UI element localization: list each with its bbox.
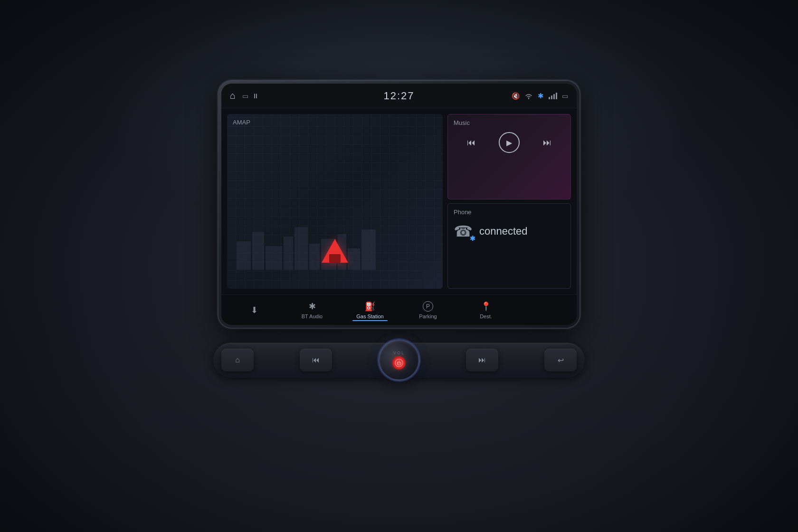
back-button[interactable]: ↩ (544, 349, 577, 371)
home-button-icon: ⌂ (235, 356, 240, 364)
phone-status-icon: ▭ (562, 92, 568, 100)
nav-item-dest[interactable]: 📍 Dest. (457, 298, 515, 322)
nav-dest-label: Dest. (480, 314, 492, 319)
vol-label: VOL (393, 351, 405, 355)
bluetooth-icon: ✱ (538, 92, 544, 100)
status-bar: ⌂ ▭ ⏸ 12:27 🔇 ✱ (221, 84, 577, 108)
nav-parking-label: Parking (419, 314, 437, 319)
phone-title: Phone (454, 209, 565, 216)
prev-button[interactable]: ⏮ (300, 349, 332, 371)
gas-station-icon: ⛽ (365, 301, 375, 312)
wifi-icon (524, 93, 533, 99)
media-file-icon: ▭ (242, 92, 248, 100)
prev-track-button[interactable]: ⏮ (464, 135, 478, 151)
bluetooth-audio-icon: ✱ (309, 301, 316, 312)
bluetooth-badge-icon: ✱ (470, 235, 475, 242)
nav-bt-audio-label: BT Audio (302, 314, 323, 319)
pause-icon: ⏸ (252, 92, 259, 100)
screen: ⌂ ▭ ⏸ 12:27 🔇 ✱ (221, 84, 577, 325)
music-panel[interactable]: Music ⏮ ▶ ⏭ (447, 114, 571, 200)
infotainment-unit: ⌂ ▭ ⏸ 12:27 🔇 ✱ (204, 81, 594, 451)
map-panel[interactable]: AMAP (227, 114, 443, 289)
phone-content: ☎ ✱ connected (454, 222, 565, 240)
nav-item-re[interactable] (515, 307, 573, 313)
navigation-arrow (322, 239, 348, 263)
play-pause-button[interactable]: ▶ (499, 132, 520, 153)
phone-icon-wrapper: ☎ ✱ (454, 222, 473, 240)
nav-item-gas-station[interactable]: ⛽ Gas Station (341, 298, 399, 322)
controls-bar: ⌂ ⏮ ⏭ ↩ VOL (214, 343, 584, 377)
mute-icon: 🔇 (512, 92, 520, 100)
volume-knob[interactable]: VOL (378, 339, 420, 381)
music-title: Music (454, 119, 565, 126)
nav-gas-station-label: Gas Station (356, 314, 383, 319)
next-button[interactable]: ⏭ (466, 349, 498, 371)
phone-panel[interactable]: Phone ☎ ✱ connected (447, 203, 571, 289)
play-icon: ▶ (506, 138, 512, 147)
media-icons: ▭ ⏸ (242, 92, 259, 100)
bottom-nav: ⬇ ✱ BT Audio ⛽ Gas Station P Parking (221, 294, 577, 325)
home-button[interactable]: ⌂ (221, 349, 254, 371)
screen-bezel: ⌂ ▭ ⏸ 12:27 🔇 ✱ (218, 81, 580, 328)
back-button-icon: ↩ (558, 356, 564, 365)
destination-icon: 📍 (481, 301, 491, 312)
phone-connected-status: connected (479, 225, 528, 238)
car-interior: ⌂ ▭ ⏸ 12:27 🔇 ✱ (0, 0, 798, 532)
clock-display: 12:27 (383, 90, 414, 102)
signal-icon (549, 93, 557, 99)
music-controls: ⏮ ▶ ⏭ (454, 132, 565, 153)
next-button-icon: ⏭ (478, 356, 486, 364)
status-left: ⌂ ▭ ⏸ (230, 90, 259, 101)
power-indicator (392, 356, 406, 370)
nav-back-icon: ⬇ (251, 305, 258, 315)
home-icon[interactable]: ⌂ (230, 90, 236, 101)
prev-button-icon: ⏮ (312, 356, 320, 364)
nav-item-bt-audio[interactable]: ✱ BT Audio (283, 298, 341, 322)
nav-item-back[interactable]: ⬇ (225, 302, 283, 318)
status-right: 🔇 ✱ ▭ (512, 92, 568, 100)
parking-icon: P (423, 301, 433, 312)
power-ring-icon (395, 359, 403, 367)
nav-item-parking[interactable]: P Parking (399, 298, 457, 322)
main-content: AMAP (221, 108, 577, 294)
right-panels: Music ⏮ ▶ ⏭ Phone (447, 114, 571, 289)
next-track-button[interactable]: ⏭ (540, 135, 554, 151)
physical-controls: ⌂ ⏮ ⏭ ↩ VOL (214, 332, 584, 389)
map-label: AMAP (233, 119, 250, 126)
